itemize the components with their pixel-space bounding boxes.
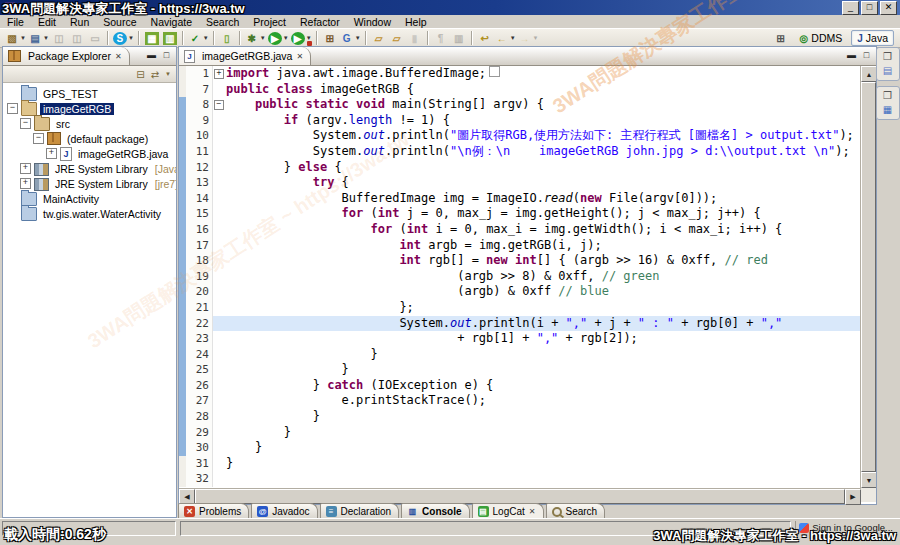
menu-source[interactable]: Source (96, 16, 143, 28)
fold-margin: − (212, 97, 224, 113)
menu-navigate[interactable]: Navigate (144, 16, 199, 28)
view-menu-icon[interactable]: ▼ (165, 71, 171, 77)
expand-icon[interactable]: + (20, 163, 31, 174)
scroll-down-icon[interactable]: ▼ (861, 472, 876, 488)
horizontal-scrollbar[interactable]: ◀ ▶ (179, 488, 861, 504)
skype-icon[interactable]: S▼ (113, 31, 134, 46)
chevron-down-icon: ▼ (533, 35, 539, 41)
perspective-label: DDMS (811, 32, 842, 44)
debug-icon[interactable]: ✱▼ (245, 31, 266, 46)
line-number: 8 (186, 97, 212, 113)
line-number: 18 (186, 253, 212, 269)
menu-window[interactable]: Window (347, 16, 398, 28)
tree-item-jre-system-library[interactable]: +JRE System Library[JavaSE-1.7] (3, 161, 176, 176)
vertical-scrollbar[interactable]: ▲ ▼ (860, 66, 876, 488)
tab-javadoc[interactable]: @Javadoc (251, 503, 317, 519)
tree-item-mainactivity[interactable]: MainActivity (3, 191, 176, 206)
collapse-icon[interactable]: − (33, 133, 44, 144)
scroll-up-icon[interactable]: ▲ (861, 66, 876, 82)
tab-problems[interactable]: ✕Problems (178, 503, 249, 519)
perspective-java[interactable]: JJava (851, 30, 894, 46)
close-icon[interactable]: ✕ (296, 52, 303, 61)
close-icon[interactable]: ✕ (115, 52, 122, 61)
collapsed-code-icon[interactable] (489, 66, 500, 77)
outline-view-icon[interactable]: ▤ (883, 66, 892, 76)
minimize-editor-icon[interactable]: ▬ (846, 51, 857, 62)
google-services-icon[interactable]: G▼ (340, 31, 361, 46)
tree-item-label: src (53, 118, 73, 130)
tab-package-explorer[interactable]: Package Explorer ✕ (3, 47, 130, 65)
restore-view-icon[interactable]: ❐ (883, 52, 892, 62)
back-icon[interactable]: ←▼ (495, 31, 516, 46)
horizontal-scroll-thumb[interactable] (195, 489, 845, 504)
code-line-10: 10 System.out.println("圖片取得RGB,使用方法如下: 主… (179, 128, 860, 144)
tree-item-gps-test[interactable]: GPS_TEST (3, 86, 176, 101)
new-wizard-icon[interactable]: ▧▼ (5, 31, 26, 46)
tab-imageGetRGB-java[interactable]: J imageGetRGB.java ✕ (179, 47, 311, 65)
menu-search[interactable]: Search (199, 16, 246, 28)
tab-search[interactable]: Search (546, 503, 606, 519)
restore-view-2-icon[interactable]: ❐ (883, 91, 892, 101)
fold-expanded-icon[interactable]: − (214, 100, 224, 110)
fold-collapsed-icon[interactable]: + (214, 69, 224, 79)
menu-file[interactable]: File (0, 16, 31, 28)
range-indicator (179, 238, 186, 254)
tab-declaration[interactable]: ≡Declaration (320, 503, 400, 519)
tree-item-src[interactable]: −src (3, 116, 176, 131)
maximize-button[interactable]: □ (861, 1, 878, 15)
code-text: System.out.println("圖片取得RGB,使用方法如下: 主程行程… (224, 128, 860, 144)
minimize-button[interactable]: _ (842, 1, 859, 15)
scroll-right-icon[interactable]: ▶ (845, 489, 861, 505)
menu-edit[interactable]: Edit (31, 16, 63, 28)
run-icon[interactable]: ▶▼ (268, 31, 289, 46)
sign-in-to-google[interactable]: Sign in to Google... (795, 521, 896, 534)
menu-refactor[interactable]: Refactor (293, 16, 347, 28)
vertical-scroll-thumb[interactable] (861, 82, 876, 472)
new-android-project-icon[interactable]: ▯ (219, 31, 235, 46)
expand-icon[interactable]: + (46, 148, 57, 159)
collapse-icon[interactable]: − (7, 103, 18, 114)
collapse-icon[interactable]: − (20, 118, 31, 129)
perspective-open-perspective[interactable]: ⊞ (770, 31, 790, 46)
line-number: 22 (186, 316, 212, 332)
library-icon (34, 163, 49, 176)
minimize-view-icon[interactable]: ▬ (146, 51, 157, 62)
expand-icon[interactable]: + (20, 178, 31, 189)
search-icon (552, 507, 562, 517)
last-edit-location-icon[interactable]: ↩ (477, 31, 493, 46)
external-tools-icon[interactable]: ▶▼ (291, 31, 312, 46)
tab-console[interactable]: ▥Console (401, 503, 469, 519)
tree-item-jre-system-library[interactable]: +JRE System Library[jre7] (3, 176, 176, 191)
line-number: 28 (186, 409, 212, 425)
new-java-project-icon[interactable]: ▤▼ (28, 31, 49, 46)
open-folder-2-icon[interactable]: ▱ (389, 31, 405, 46)
open-folder-icon[interactable]: ▱ (371, 31, 387, 46)
tree-item-label: imageGetRGB.java (75, 148, 171, 160)
maximize-editor-icon[interactable]: □ (861, 51, 872, 62)
line-number: 17 (186, 238, 212, 254)
line-number: 31 (186, 456, 212, 472)
tree-item-label: imageGetRGB (40, 103, 114, 115)
tree-item-imagegetrgb-java[interactable]: +JimageGetRGB.java (3, 146, 176, 161)
range-indicator (179, 409, 186, 425)
menu-run[interactable]: Run (63, 16, 96, 28)
android-device-manager-icon[interactable]: ▥ (162, 31, 178, 46)
menu-project[interactable]: Project (246, 16, 293, 28)
maximize-view-icon[interactable]: □ (161, 51, 172, 62)
code-text: + rgb[1] + "," + rgb[2]); (224, 331, 860, 347)
menu-help[interactable]: Help (398, 16, 434, 28)
link-with-editor-icon[interactable]: ⇄ (151, 69, 159, 80)
code-editor[interactable]: 1+import java.awt.image.BufferedImage;7p… (179, 66, 860, 488)
collapse-all-icon[interactable]: ⊟ (136, 69, 144, 80)
coverage-icon[interactable]: ⊞ (322, 31, 338, 46)
tab-logcat[interactable]: ▤LogCat✕ (472, 503, 544, 519)
tree-item--default-package-[interactable]: −(default package) (3, 131, 176, 146)
task-checkbox-icon[interactable]: ✓▼ (188, 31, 209, 46)
android-sdk-manager-icon[interactable]: ▦ (144, 31, 160, 46)
close-icon[interactable]: ✕ (529, 507, 536, 516)
tree-item-tw-gis-water-wateractivity[interactable]: tw.gis.water.WaterActivity (3, 206, 176, 221)
hierarchy-view-icon[interactable]: ▦ (883, 105, 892, 115)
perspective-ddms[interactable]: ◎DDMS (794, 30, 849, 46)
close-button[interactable]: ✕ (880, 1, 897, 15)
tree-item-imagegetrgb[interactable]: −imageGetRGB (3, 101, 176, 116)
